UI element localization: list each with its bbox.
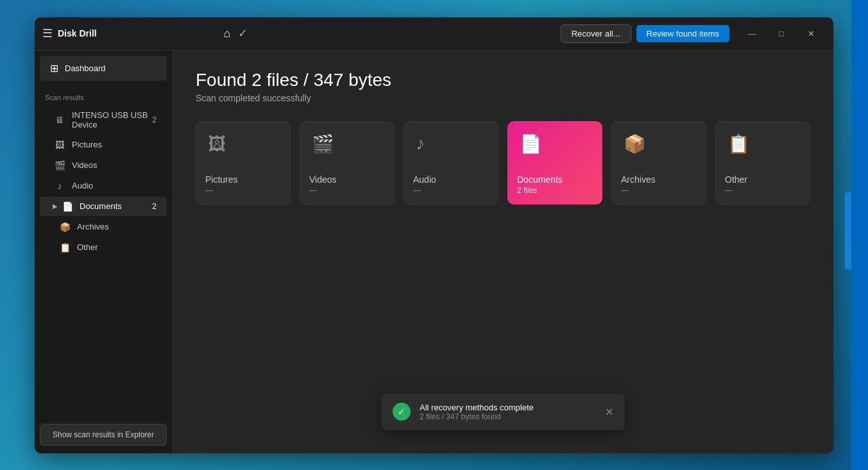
videos-sidebar-icon: 🎬 [53, 160, 67, 171]
window-controls: — □ ✕ [737, 23, 826, 44]
audio-card-name: Audio [413, 174, 436, 185]
category-card-pictures[interactable]: 🖼 Pictures — [196, 121, 291, 205]
sidebar-audio-label: Audio [72, 181, 157, 190]
app-window: ☰ Disk Drill ⌂ ✓ Recover all... Review f… [35, 17, 833, 453]
page-subtitle: Scan completed successfully [196, 93, 810, 103]
sidebar-device-badge: 2 [152, 115, 157, 124]
archives-sidebar-icon: 📦 [58, 222, 72, 232]
expand-icon: ▶ [53, 203, 58, 210]
videos-card-icon: 🎬 [312, 133, 334, 155]
device-icon: 🖥 [53, 115, 67, 125]
pictures-card-name: Pictures [205, 174, 238, 185]
notification-bar: ✓ All recovery methods complete 2 files … [381, 394, 625, 430]
titlebar-left: ☰ Disk Drill [42, 26, 211, 40]
other-sidebar-icon: 📋 [58, 242, 72, 253]
audio-sidebar-icon: ♪ [53, 181, 67, 191]
sidebar-item-pictures[interactable]: 🖼 Pictures [40, 135, 167, 155]
category-grid: 🖼 Pictures — 🎬 Videos — ♪ Audio — [196, 121, 810, 205]
videos-card-count: — [309, 186, 317, 195]
audio-card-count: — [413, 186, 421, 195]
archives-card-name: Archives [621, 174, 656, 185]
category-card-videos[interactable]: 🎬 Videos — [300, 121, 395, 205]
maximize-button[interactable]: □ [767, 23, 796, 44]
sidebar-videos-label: Videos [72, 160, 157, 170]
sidebar-item-dashboard[interactable]: ⊞ Dashboard [40, 56, 167, 81]
sidebar-item-archives[interactable]: 📦 Archives [45, 217, 167, 237]
sidebar-section-title: Scan results [35, 86, 172, 105]
archives-card-icon: 📦 [624, 133, 646, 155]
archives-card-count: — [621, 186, 629, 195]
titlebar: ☰ Disk Drill ⌂ ✓ Recover all... Review f… [35, 17, 833, 51]
notif-close-button[interactable]: ✕ [605, 406, 613, 418]
sidebar-item-other[interactable]: 📋 Other [45, 238, 167, 257]
sidebar-documents-label: Documents [80, 201, 152, 211]
minimize-button[interactable]: — [737, 23, 767, 44]
category-card-other[interactable]: 📋 Other — [715, 121, 810, 205]
documents-card-name: Documents [517, 174, 563, 185]
other-card-icon: 📋 [728, 133, 750, 155]
category-card-documents[interactable]: 📄 Documents 2 files [507, 121, 602, 205]
other-card-count: — [725, 186, 733, 195]
videos-card-name: Videos [309, 174, 337, 185]
sidebar: ⊞ Dashboard Scan results 🖥 INTENSO USB U… [35, 51, 173, 453]
sidebar-item-audio[interactable]: ♪ Audio [40, 176, 167, 196]
category-card-archives[interactable]: 📦 Archives — [611, 121, 706, 205]
sidebar-documents-badge: 2 [152, 202, 157, 211]
category-card-audio[interactable]: ♪ Audio — [404, 121, 498, 205]
documents-card-icon: 📄 [520, 133, 542, 155]
titlebar-actions: Recover all... Review found items [561, 24, 729, 43]
close-button[interactable]: ✕ [796, 23, 826, 44]
main-panel: Found 2 files / 347 bytes Scan completed… [173, 51, 833, 453]
documents-card-count: 2 files [517, 186, 537, 195]
content-area: ⊞ Dashboard Scan results 🖥 INTENSO USB U… [35, 51, 833, 453]
app-title: Disk Drill [58, 28, 97, 38]
sidebar-pictures-label: Pictures [72, 140, 157, 149]
sidebar-item-videos[interactable]: 🎬 Videos [40, 156, 167, 175]
review-found-items-button[interactable]: Review found items [636, 25, 729, 42]
notif-text: All recovery methods complete 2 files / … [420, 403, 596, 421]
documents-sidebar-icon: 📄 [60, 201, 74, 212]
sidebar-item-documents[interactable]: ▶ 📄 Documents 2 [40, 197, 167, 216]
recover-all-button[interactable]: Recover all... [561, 24, 631, 43]
page-title: Found 2 files / 347 bytes [196, 70, 810, 90]
sidebar-archives-label: Archives [77, 222, 157, 231]
notif-check-icon: ✓ [393, 403, 411, 421]
other-card-name: Other [725, 174, 747, 185]
sidebar-device-label: INTENSO USB USB Device [72, 110, 152, 130]
home-icon[interactable]: ⌂ [224, 27, 231, 40]
notif-title: All recovery methods complete [420, 403, 596, 412]
pictures-sidebar-icon: 🖼 [53, 140, 67, 150]
sidebar-footer: Show scan results in Explorer [35, 416, 172, 453]
sidebar-other-label: Other [77, 242, 157, 252]
status-check-icon[interactable]: ✓ [238, 26, 248, 40]
audio-card-icon: ♪ [416, 133, 425, 154]
hamburger-icon[interactable]: ☰ [42, 26, 53, 40]
pictures-card-count: — [205, 186, 213, 195]
show-scan-results-button[interactable]: Show scan results in Explorer [40, 424, 167, 446]
sidebar-item-device[interactable]: 🖥 INTENSO USB USB Device 2 [40, 106, 167, 134]
pictures-card-icon: 🖼 [208, 133, 226, 155]
titlebar-nav: ⌂ ✓ [211, 26, 561, 40]
grid-icon: ⊞ [50, 62, 58, 74]
dashboard-label: Dashboard [65, 63, 106, 73]
notif-subtitle: 2 files / 347 bytes found [420, 412, 596, 421]
